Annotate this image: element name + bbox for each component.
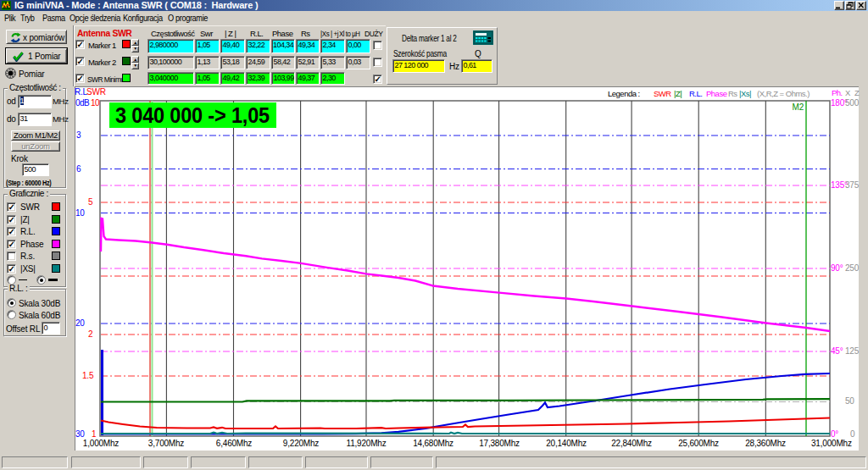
svg-text:3 040 000 -> 1,05: 3 040 000 -> 1,05 [115,102,270,128]
svg-text:M2: M2 [793,102,804,112]
